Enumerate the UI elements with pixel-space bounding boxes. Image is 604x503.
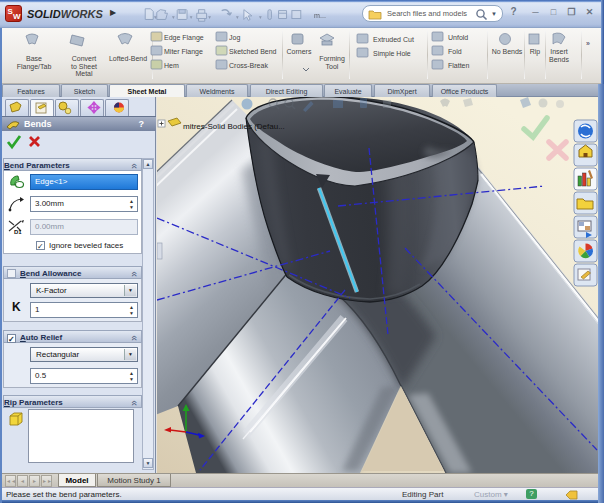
svg-text:m...: m... (314, 12, 326, 20)
svg-text:▾: ▾ (236, 14, 239, 20)
svg-text:▾: ▾ (190, 14, 193, 20)
svg-text:mitres-Solid Bodies (Defau...: mitres-Solid Bodies (Defau... (183, 122, 285, 131)
svg-text:D1: D1 (14, 229, 22, 235)
svg-text:▾: ▾ (154, 14, 157, 20)
svg-text:▾: ▾ (259, 14, 262, 20)
svg-text:▾: ▾ (172, 14, 175, 20)
svg-text:▾: ▾ (208, 14, 211, 20)
